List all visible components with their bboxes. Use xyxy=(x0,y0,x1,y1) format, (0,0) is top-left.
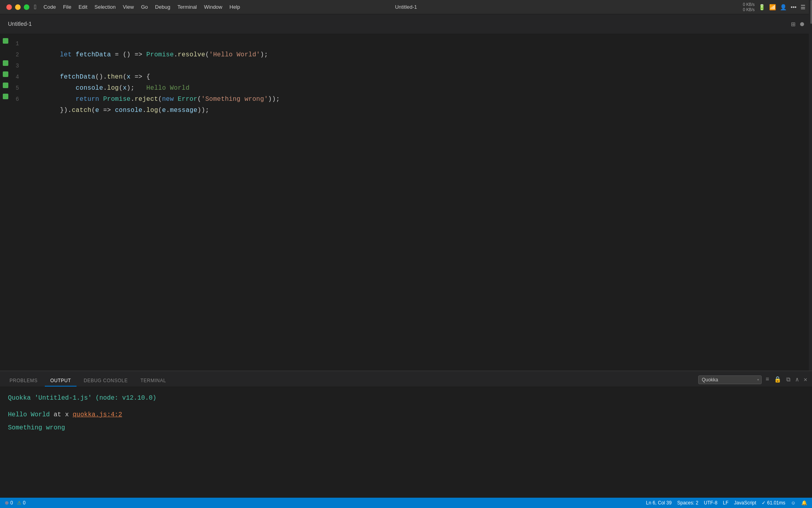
panel-scrollbar-thumb[interactable] xyxy=(810,0,812,24)
editor-tab-bar: Untitled-1 ⊞ xyxy=(0,14,812,34)
panel: PROBLEMS OUTPUT DEBUG CONSOLE TERMINAL Q… xyxy=(0,371,812,498)
status-errors[interactable]: ⊗ 0 ⚠ 0 xyxy=(5,500,25,506)
code-line-1: 1 let fetchData = () => Promise.resolve(… xyxy=(0,38,812,49)
editor-tab-title: Untitled-1 xyxy=(8,21,32,27)
editor-area: 1 let fetchData = () => Promise.resolve(… xyxy=(0,34,812,371)
code-line-3: 3 fetchData().then(x => { xyxy=(0,60,812,71)
menu-file[interactable]: File xyxy=(63,4,71,10)
sync-indicator xyxy=(800,22,804,26)
maximize-button[interactable] xyxy=(24,4,29,10)
line-4-indicator xyxy=(0,71,11,77)
wifi-icon: 📶 xyxy=(769,4,776,10)
line-number-5: 5 xyxy=(13,83,29,94)
editor-actions: ⊞ xyxy=(791,20,804,29)
user-icon: 👤 xyxy=(780,4,787,10)
code-line-4: 4 console.log(x); Hello World xyxy=(0,71,812,83)
warning-count: 0 xyxy=(23,500,26,506)
line-6-indicator xyxy=(0,94,11,99)
title-bar-right: 0 KB/s 0 KB/s 🔋 📶 👤 ••• ☰ xyxy=(743,2,806,12)
close-panel-icon[interactable]: ✕ xyxy=(803,375,808,384)
breakpoint-5[interactable] xyxy=(3,83,8,88)
menu-debug[interactable]: Debug xyxy=(155,4,170,10)
line-number-2: 2 xyxy=(13,49,29,60)
window-title: Untitled-1 xyxy=(395,4,417,10)
panel-tab-bar: PROBLEMS OUTPUT DEBUG CONSOLE TERMINAL Q… xyxy=(0,371,812,387)
tab-debug-console[interactable]: DEBUG CONSOLE xyxy=(78,375,133,387)
notification-icon[interactable]: 🔔 xyxy=(801,500,807,506)
breakpoint-1[interactable] xyxy=(3,38,8,44)
menu-window[interactable]: Window xyxy=(204,4,222,10)
output-at-x: at x xyxy=(50,411,73,418)
panel-content: Quokka 'Untitled-1.js' (node: v12.10.0) … xyxy=(0,387,812,498)
status-bar: ⊗ 0 ⚠ 0 Ln 6, Col 39 Spaces: 2 UTF-8 LF … xyxy=(0,498,812,508)
editor-tab[interactable]: Untitled-1 xyxy=(8,21,32,27)
menu-go[interactable]: Go xyxy=(141,4,148,10)
code-line-6: 6 }).catch(e => console.log(e.message)); xyxy=(0,94,812,105)
output-something-wrong: Something wrong xyxy=(8,423,804,433)
menu-help[interactable]: Help xyxy=(230,4,240,10)
line-2-indicator xyxy=(0,49,11,55)
line-number-6: 6 xyxy=(13,94,29,105)
output-hello-world-text: Hello World xyxy=(8,411,50,418)
breakpoint-4[interactable] xyxy=(3,71,8,77)
output-source-selector-wrapper: Quokka Extension Host Git ▾ xyxy=(698,375,762,384)
line-content-6: }).catch(e => console.log(e.message)); xyxy=(29,94,812,127)
error-count: 0 xyxy=(10,500,13,506)
minimize-button[interactable] xyxy=(15,4,21,10)
menu-selection[interactable]: Selection xyxy=(94,4,115,10)
language-mode[interactable]: JavaScript xyxy=(734,500,756,506)
quokka-time[interactable]: ✓ 61.01ms xyxy=(762,500,785,506)
output-quokka-link[interactable]: quokka.js:4:2 xyxy=(73,411,122,418)
menu-edit[interactable]: Edit xyxy=(79,4,87,10)
panel-tabs-right: Quokka Extension Host Git ▾ ≡ 🔒 ⧉ ∧ ✕ xyxy=(698,375,808,387)
line-number-4: 4 xyxy=(13,71,29,83)
line-ending[interactable]: LF xyxy=(723,500,728,506)
copy-output-icon[interactable]: ⧉ xyxy=(785,375,791,384)
list-icon[interactable]: ☰ xyxy=(801,4,806,10)
title-bar:  Code File Edit Selection View Go Debug… xyxy=(0,0,812,14)
tab-terminal[interactable]: TERMINAL xyxy=(135,375,172,387)
line-number-3: 3 xyxy=(13,60,29,71)
indentation[interactable]: Spaces: 2 xyxy=(677,500,698,506)
traffic-lights xyxy=(6,4,29,10)
title-bar-left:  Code File Edit Selection View Go Debug… xyxy=(6,4,240,11)
line-number-1: 1 xyxy=(13,38,29,49)
status-left: ⊗ 0 ⚠ 0 xyxy=(5,500,25,506)
battery-icon: 🔋 xyxy=(758,4,765,10)
warning-icon: ⚠ xyxy=(17,500,21,506)
output-quokka-header: Quokka 'Untitled-1.js' (node: v12.10.0) xyxy=(8,393,804,404)
menu-bar:  Code File Edit Selection View Go Debug… xyxy=(34,4,240,11)
smiley-icon[interactable]: ☺ xyxy=(791,500,796,506)
split-editor-icon[interactable]: ⊞ xyxy=(791,20,795,29)
output-hello-world-line: Hello World at x quokka.js:4:2 xyxy=(8,410,804,420)
breakpoint-3[interactable] xyxy=(3,60,8,66)
chevron-up-icon[interactable]: ∧ xyxy=(795,375,800,384)
tab-problems[interactable]: PROBLEMS xyxy=(4,375,43,387)
tab-output[interactable]: OUTPUT xyxy=(45,375,77,387)
close-button[interactable] xyxy=(6,4,12,10)
error-icon: ⊗ xyxy=(5,500,9,506)
apple-menu[interactable]:  xyxy=(34,4,36,11)
menu-code[interactable]: Code xyxy=(44,4,56,10)
wrap-lines-icon[interactable]: ≡ xyxy=(765,375,770,384)
cursor-position[interactable]: Ln 6, Col 39 xyxy=(646,500,672,506)
status-right: Ln 6, Col 39 Spaces: 2 UTF-8 LF JavaScri… xyxy=(646,500,807,506)
line-1-indicator xyxy=(0,38,11,44)
code-line-5: 5 return Promise.reject(new Error('Somet… xyxy=(0,83,812,94)
line-5-indicator xyxy=(0,83,11,88)
file-encoding[interactable]: UTF-8 xyxy=(704,500,717,506)
output-source-selector[interactable]: Quokka Extension Host Git xyxy=(698,375,762,384)
more-icon[interactable]: ••• xyxy=(791,4,797,10)
line-3-indicator xyxy=(0,60,11,66)
lock-icon[interactable]: 🔒 xyxy=(773,375,782,384)
menu-view[interactable]: View xyxy=(123,4,134,10)
code-editor[interactable]: 1 let fetchData = () => Promise.resolve(… xyxy=(0,34,812,371)
breakpoint-6[interactable] xyxy=(3,94,8,99)
network-stats: 0 KB/s 0 KB/s xyxy=(743,2,755,12)
panel-scrollbar[interactable] xyxy=(809,0,812,127)
menu-terminal[interactable]: Terminal xyxy=(177,4,197,10)
panel-tabs-left: PROBLEMS OUTPUT DEBUG CONSOLE TERMINAL xyxy=(4,375,172,387)
